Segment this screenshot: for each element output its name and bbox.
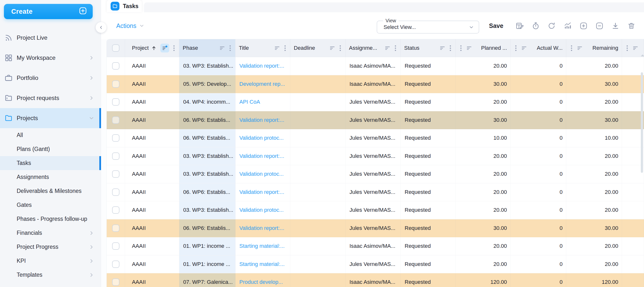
task-row[interactable]: AAAII07. WP7: Galenica...Product develop…	[107, 273, 644, 287]
sidebar-item-my-workspace[interactable]: My Workspace	[0, 48, 101, 68]
column-menu-icon[interactable]	[448, 45, 452, 51]
task-row[interactable]: AAAII01. WP1: income ...Starting materia…	[107, 255, 644, 274]
column-menu-icon[interactable]	[394, 45, 397, 51]
column-header-project[interactable]: Project	[125, 39, 179, 57]
column-menu-icon[interactable]	[570, 45, 573, 51]
column-menu-icon[interactable]	[625, 45, 629, 51]
scroll-up-indicator[interactable]	[641, 54, 644, 56]
tab-tasks[interactable]: Tasks	[107, 0, 142, 12]
column-menu-icon[interactable]	[283, 45, 287, 51]
task-title-link[interactable]: Validation protoc...	[239, 171, 284, 177]
row-checkbox[interactable]	[112, 80, 120, 88]
task-row[interactable]: AAAII01. WP1: income ...Starting materia…	[107, 237, 644, 255]
sidebar-item-financials[interactable]: Financials	[0, 226, 101, 240]
row-checkbox[interactable]	[112, 98, 120, 106]
filter-active-icon[interactable]	[160, 44, 169, 52]
task-title-link[interactable]: Validation report:...	[239, 189, 284, 195]
column-header-status[interactable]: Status	[401, 39, 456, 57]
task-row[interactable]: AAAII04. WP4: incomm...API CoAJules Vern…	[107, 93, 644, 111]
collapse-icon[interactable]	[595, 21, 604, 30]
task-row[interactable]: AAAII06. WP6: Establis...Validation prot…	[107, 129, 644, 147]
row-checkbox[interactable]	[112, 152, 120, 160]
view-select[interactable]: View Select View...	[377, 20, 479, 33]
expand-icon[interactable]	[579, 21, 588, 30]
task-row[interactable]: AAAII06. WP6: Establis...Validation repo…	[107, 111, 644, 129]
task-row[interactable]: AAAII03. WP3: Establish...Validation rep…	[107, 147, 644, 165]
filter-icon[interactable]	[219, 45, 226, 51]
column-header-actual[interactable]: Actual W...	[510, 39, 566, 57]
filter-icon[interactable]	[274, 45, 280, 51]
sidebar-item-kpi[interactable]: KPI	[0, 254, 101, 268]
delete-icon[interactable]	[627, 21, 636, 30]
sidebar-item-project-progress[interactable]: Project Progress	[0, 240, 101, 254]
sidebar-item-project-live[interactable]: Project Live	[0, 28, 101, 48]
column-menu-icon[interactable]	[338, 45, 342, 51]
row-checkbox[interactable]	[112, 206, 120, 214]
sidebar-item-projects[interactable]: Projects	[0, 108, 101, 128]
task-title-link[interactable]: Development rep...	[239, 81, 285, 87]
sidebar-item-phases-progress-follow-up[interactable]: Phases - Progress follow-up	[0, 212, 101, 226]
sidebar-item-gates[interactable]: Gates	[0, 198, 101, 212]
column-header-select[interactable]	[107, 39, 125, 57]
sidebar-item-plans-gantt[interactable]: Plans (Gantt)	[0, 142, 101, 156]
download-icon[interactable]	[611, 21, 620, 30]
task-title-link[interactable]: API CoA	[239, 99, 260, 105]
column-header-title[interactable]: Title	[236, 39, 290, 57]
row-checkbox[interactable]	[112, 242, 120, 250]
task-row[interactable]: AAAII05. WP5: Develop...Development rep.…	[107, 75, 644, 93]
task-title-link[interactable]: Validation report:...	[239, 225, 284, 231]
column-menu-icon[interactable]	[228, 45, 232, 51]
filter-icon[interactable]	[384, 45, 391, 51]
task-title-link[interactable]: Product develop...	[239, 279, 283, 285]
column-header-phase[interactable]: Phase	[179, 39, 236, 57]
sidebar-item-assignments[interactable]: Assignments	[0, 170, 101, 184]
task-row[interactable]: AAAII06. WP6: Establis...Validation repo…	[107, 219, 644, 238]
sidebar-item-templates[interactable]: Templates	[0, 268, 101, 282]
row-checkbox[interactable]	[112, 189, 120, 196]
column-header-remaining[interactable]: Remaining	[566, 39, 622, 57]
actions-menu-button[interactable]: Actions	[116, 12, 145, 39]
sidebar-collapse-button[interactable]	[96, 22, 106, 33]
task-row[interactable]: AAAII03. WP3: Establish...Validation rep…	[107, 57, 644, 75]
column-menu-icon[interactable]	[172, 45, 176, 51]
task-title-link[interactable]: Validation protoc...	[239, 135, 284, 141]
row-checkbox[interactable]	[112, 225, 120, 232]
task-title-link[interactable]: Validation report:...	[239, 63, 284, 69]
row-checkbox[interactable]	[112, 62, 120, 70]
task-row[interactable]: AAAII06. WP6: Establis...Validation repo…	[107, 183, 644, 202]
column-header-planned[interactable]: Planned ...	[456, 39, 510, 57]
column-header-assignee[interactable]: Assignme...	[346, 39, 401, 57]
time-tracking-icon[interactable]	[531, 21, 540, 30]
row-checkbox[interactable]	[112, 170, 120, 178]
filter-icon[interactable]	[521, 45, 527, 51]
task-title-link[interactable]: Validation report:...	[239, 153, 284, 159]
create-button[interactable]: Create	[4, 4, 93, 19]
row-checkbox[interactable]	[112, 116, 120, 124]
filter-icon[interactable]	[576, 45, 583, 51]
filter-icon[interactable]	[632, 45, 638, 51]
select-all-checkbox[interactable]	[112, 44, 120, 52]
task-title-link[interactable]: Validation protoc...	[239, 207, 284, 213]
sidebar-item-portfolio[interactable]: Portfolio	[0, 68, 101, 88]
filter-icon[interactable]	[439, 45, 446, 51]
row-checkbox[interactable]	[112, 134, 120, 142]
task-title-link[interactable]: Starting material:...	[239, 261, 285, 268]
task-title-link[interactable]: Starting material:...	[239, 243, 285, 249]
customize-view-icon[interactable]	[515, 21, 524, 30]
refresh-icon[interactable]	[547, 21, 556, 30]
sidebar-item-project-requests[interactable]: Project requests	[0, 88, 101, 108]
vertical-scrollbar[interactable]	[641, 72, 643, 173]
row-checkbox[interactable]	[112, 279, 120, 286]
sidebar-item-tasks[interactable]: Tasks	[0, 156, 101, 170]
column-header-deadline[interactable]: Deadline	[290, 39, 346, 57]
task-title-link[interactable]: Validation report:...	[239, 117, 284, 123]
task-row[interactable]: AAAII03. WP3: Establish...Validation pro…	[107, 165, 644, 183]
column-menu-icon[interactable]	[459, 45, 462, 51]
save-button[interactable]: Save	[489, 22, 503, 29]
filter-icon[interactable]	[466, 45, 472, 51]
column-menu-icon[interactable]	[514, 45, 518, 51]
sidebar-item-deliverables-milestones[interactable]: Deliverables & Milestones	[0, 184, 101, 198]
analytics-icon[interactable]	[563, 21, 572, 30]
row-checkbox[interactable]	[112, 261, 120, 268]
task-row[interactable]: AAAII03. WP3: Establish...Validation pro…	[107, 201, 644, 219]
